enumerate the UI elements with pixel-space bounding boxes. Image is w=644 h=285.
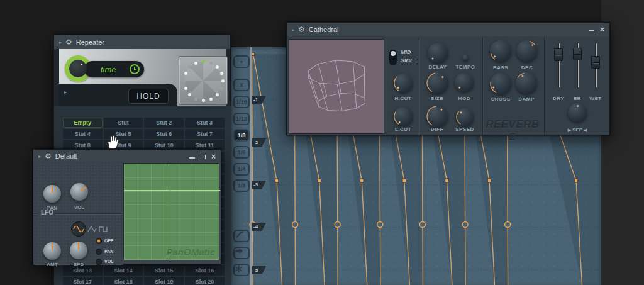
preset-slot-empty[interactable]: Empty <box>63 118 103 128</box>
side-label: SIDE <box>401 57 414 64</box>
preset-slot-slot-15[interactable]: Slot 15 <box>144 265 184 276</box>
panomatic-controls-panel: LFO OFFPANVOL PANVOLAMTSPD <box>33 162 123 265</box>
snap-1/16[interactable]: 1/16 <box>233 96 250 108</box>
freeze-button[interactable] <box>233 264 250 276</box>
envelope-point[interactable] <box>275 179 279 182</box>
minimize-button[interactable] <box>189 157 195 159</box>
cathedral-titlebar[interactable]: ▸ ⚙ Cathedral × <box>287 23 609 36</box>
snap-1/8[interactable]: 1/8 <box>233 129 250 142</box>
preset-slot-slot-18[interactable]: Slot 18 <box>104 277 143 285</box>
envelope-tension-handle[interactable] <box>377 222 383 228</box>
preset-slot-slot-19[interactable]: Slot 19 <box>144 277 184 285</box>
preset-slot-slot-16[interactable]: Slot 16 <box>185 265 225 276</box>
plugin-gear-icon[interactable]: ⚙ <box>45 152 52 160</box>
reeverb-watermark: REEVERB 2 <box>484 118 541 143</box>
DEC-knob[interactable] <box>516 40 538 62</box>
pan-knob[interactable] <box>43 185 61 203</box>
SPEED-knob[interactable] <box>456 108 474 126</box>
envelope-tension-handle[interactable] <box>419 222 425 228</box>
MOD-knob[interactable] <box>455 73 474 92</box>
snap-1/3[interactable]: 1/3 <box>233 179 250 192</box>
preset-slot-slot-17[interactable]: Slot 17 <box>63 277 103 285</box>
plugin-gear-icon[interactable]: ⚙ <box>298 26 305 33</box>
plugin-gear-icon[interactable]: ⚙ <box>65 38 72 46</box>
sep-knob[interactable] <box>568 103 587 122</box>
pattern-dial[interactable] <box>179 56 228 105</box>
damp-label: DAMP <box>509 96 544 102</box>
dry-fader-handle[interactable] <box>554 48 563 61</box>
clock-icon <box>130 64 140 74</box>
mid-side-toggle[interactable] <box>389 50 397 65</box>
preset-slot-slot-14[interactable]: Slot 14 <box>104 265 143 276</box>
lfo-square-button[interactable] <box>99 226 108 233</box>
vol-label: VOL <box>65 204 93 210</box>
envelope-point[interactable] <box>574 179 578 182</box>
sep-label: SEP <box>558 127 596 133</box>
hold-button[interactable]: HOLD <box>128 89 169 104</box>
spd-knob[interactable] <box>70 242 87 259</box>
preset-slot-stut-6[interactable]: Stut 6 <box>144 129 184 139</box>
envelope-tension-handle[interactable] <box>462 222 468 228</box>
knob-indicator-dot <box>396 86 399 89</box>
snap-1/4[interactable]: 1/4 <box>233 163 250 176</box>
time-knob[interactable] <box>69 60 87 77</box>
mod-label: MOD <box>447 96 482 101</box>
lfo-sine-button[interactable] <box>71 221 86 237</box>
envelope-point[interactable] <box>402 179 406 182</box>
H.CUT-knob[interactable] <box>394 74 413 92</box>
preset-slot-stut-2[interactable]: Stut 2 <box>144 118 184 128</box>
envelope-point[interactable] <box>252 53 254 55</box>
vol-knob[interactable] <box>70 183 88 201</box>
lfo-target-radio-off[interactable] <box>96 238 102 244</box>
preset-slot-slot-20[interactable]: Slot 20 <box>185 277 225 285</box>
envelope-point[interactable] <box>360 179 364 182</box>
envelope-tension-handle[interactable] <box>335 222 340 228</box>
L.CUT-knob[interactable] <box>394 107 413 126</box>
envelope-point[interactable] <box>445 179 449 182</box>
maximize-button[interactable] <box>201 155 206 159</box>
time-label: time <box>101 65 116 74</box>
repeater-titlebar[interactable]: ▸ ⚙ Repeater <box>54 35 230 49</box>
dial-step-dot <box>220 72 223 75</box>
DELAY-knob[interactable] <box>428 43 448 63</box>
panomatic-titlebar[interactable]: ▸ ⚙ Default × <box>33 150 221 162</box>
lfo-target-radio-pan[interactable] <box>96 249 102 255</box>
er-fader-handle[interactable] <box>573 48 582 60</box>
plugin-menu-arrow-icon[interactable]: ▸ <box>292 27 294 33</box>
dec-label: DEC <box>509 65 545 70</box>
clear-button[interactable]: X <box>233 79 250 91</box>
close-button[interactable]: × <box>600 26 604 33</box>
knob-needle <box>80 187 86 192</box>
target-menu-button[interactable]: ▼ <box>233 55 250 68</box>
preset-slot-stut[interactable]: Stut <box>104 118 143 128</box>
CROSS-knob[interactable] <box>490 73 511 94</box>
plugin-menu-arrow-icon[interactable]: ▸ <box>59 40 62 45</box>
section-divider <box>482 38 483 135</box>
BASS-knob[interactable] <box>490 40 511 62</box>
TEMPO-knob[interactable] <box>462 55 469 61</box>
envelope-tension-handle[interactable] <box>292 222 298 228</box>
snap-1/6[interactable]: 1/6 <box>233 146 250 159</box>
amt-knob[interactable] <box>43 242 61 260</box>
lfo-target-radio-vol[interactable] <box>96 259 102 265</box>
plugin-menu-arrow-icon[interactable]: ▸ <box>38 154 41 159</box>
arrow-right-button[interactable] <box>233 247 250 259</box>
hold-menu-arrow-icon[interactable]: ▸ <box>64 89 67 95</box>
mid-label: MID <box>401 49 411 55</box>
wet-fader-handle[interactable] <box>591 56 600 69</box>
lfo-triangle-button[interactable] <box>87 225 97 233</box>
minimize-button[interactable] <box>589 30 594 31</box>
snap-1/12[interactable]: 1/12 <box>233 113 250 125</box>
envelope-point[interactable] <box>487 179 491 182</box>
preset-slot-stut-4[interactable]: Stut 4 <box>63 129 103 139</box>
DAMP-knob[interactable] <box>516 72 537 94</box>
dial-step-dot <box>216 93 219 96</box>
preset-slot-stut-3[interactable]: Stut 3 <box>185 118 225 128</box>
DIFF-knob[interactable] <box>426 106 448 127</box>
close-button[interactable]: × <box>211 154 216 160</box>
smooth-curve-button[interactable] <box>233 230 250 242</box>
envelope-tension-handle[interactable] <box>505 222 511 228</box>
envelope-point[interactable] <box>318 179 321 182</box>
preset-slot-stut-7[interactable]: Stut 7 <box>185 129 225 139</box>
SIZE-knob[interactable] <box>426 72 448 94</box>
